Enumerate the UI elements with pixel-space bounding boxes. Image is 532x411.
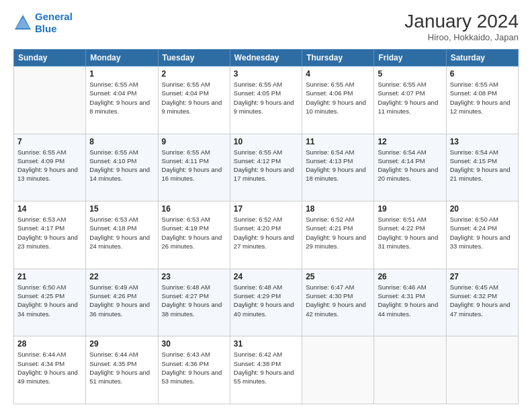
- day-info: Sunrise: 6:49 AMSunset: 4:26 PMDaylight:…: [89, 283, 154, 318]
- day-number: 30: [162, 339, 226, 349]
- calendar-week-4: 21Sunrise: 6:50 AMSunset: 4:25 PMDayligh…: [14, 269, 519, 336]
- header: General Blue January 2024 Hiroo, Hokkaid…: [13, 11, 519, 42]
- calendar-cell: 5Sunrise: 6:55 AMSunset: 4:07 PMDaylight…: [374, 66, 446, 134]
- logo: General Blue: [13, 11, 73, 35]
- day-info: Sunrise: 6:55 AMSunset: 4:07 PMDaylight:…: [378, 80, 442, 116]
- day-number: 17: [234, 204, 298, 214]
- logo-line1: General: [35, 11, 73, 22]
- logo-text: General Blue: [35, 11, 73, 35]
- svg-marker-1: [16, 17, 30, 28]
- calendar-cell: [14, 66, 86, 134]
- calendar-week-2: 7Sunrise: 6:55 AMSunset: 4:09 PMDaylight…: [14, 134, 519, 201]
- day-info: Sunrise: 6:55 AMSunset: 4:08 PMDaylight:…: [450, 80, 515, 116]
- calendar-cell: 20Sunrise: 6:50 AMSunset: 4:24 PMDayligh…: [446, 201, 518, 269]
- day-info: Sunrise: 6:53 AMSunset: 4:19 PMDaylight:…: [162, 215, 226, 250]
- day-info: Sunrise: 6:44 AMSunset: 4:34 PMDaylight:…: [17, 350, 82, 385]
- day-header-sunday: Sunday: [14, 50, 86, 66]
- day-number: 16: [162, 204, 226, 214]
- day-info: Sunrise: 6:55 AMSunset: 4:06 PMDaylight:…: [306, 80, 370, 116]
- day-number: 4: [306, 69, 370, 79]
- logo-line2: Blue: [35, 23, 57, 34]
- day-info: Sunrise: 6:50 AMSunset: 4:24 PMDaylight:…: [450, 215, 515, 250]
- day-number: 11: [306, 137, 370, 146]
- day-number: 10: [234, 137, 298, 146]
- day-info: Sunrise: 6:48 AMSunset: 4:29 PMDaylight:…: [234, 283, 298, 318]
- calendar-cell: [446, 336, 518, 404]
- calendar-cell: 24Sunrise: 6:48 AMSunset: 4:29 PMDayligh…: [230, 269, 302, 336]
- day-info: Sunrise: 6:55 AMSunset: 4:09 PMDaylight:…: [17, 148, 82, 183]
- calendar-cell: 13Sunrise: 6:54 AMSunset: 4:15 PMDayligh…: [446, 134, 518, 201]
- day-number: 7: [17, 137, 82, 146]
- calendar-cell: 19Sunrise: 6:51 AMSunset: 4:22 PMDayligh…: [374, 201, 446, 269]
- calendar-cell: 28Sunrise: 6:44 AMSunset: 4:34 PMDayligh…: [14, 336, 86, 404]
- month-title: January 2024: [404, 11, 519, 32]
- calendar-cell: 14Sunrise: 6:53 AMSunset: 4:17 PMDayligh…: [14, 201, 86, 269]
- day-number: 25: [306, 272, 370, 281]
- calendar-cell: 4Sunrise: 6:55 AMSunset: 4:06 PMDaylight…: [302, 66, 374, 134]
- day-info: Sunrise: 6:55 AMSunset: 4:11 PMDaylight:…: [162, 148, 226, 183]
- calendar-cell: 2Sunrise: 6:55 AMSunset: 4:04 PMDaylight…: [158, 66, 230, 134]
- day-info: Sunrise: 6:51 AMSunset: 4:22 PMDaylight:…: [378, 215, 442, 250]
- day-info: Sunrise: 6:55 AMSunset: 4:04 PMDaylight:…: [162, 80, 226, 116]
- calendar-cell: [374, 336, 446, 404]
- day-info: Sunrise: 6:54 AMSunset: 4:15 PMDaylight:…: [450, 148, 515, 183]
- calendar-cell: 10Sunrise: 6:55 AMSunset: 4:12 PMDayligh…: [230, 134, 302, 201]
- calendar-cell: 30Sunrise: 6:43 AMSunset: 4:36 PMDayligh…: [158, 336, 230, 404]
- day-number: 3: [234, 69, 298, 79]
- day-header-thursday: Thursday: [302, 50, 374, 66]
- day-info: Sunrise: 6:55 AMSunset: 4:04 PMDaylight:…: [89, 80, 154, 116]
- calendar-cell: 25Sunrise: 6:47 AMSunset: 4:30 PMDayligh…: [302, 269, 374, 336]
- day-header-monday: Monday: [86, 50, 158, 66]
- calendar-week-1: 1Sunrise: 6:55 AMSunset: 4:04 PMDaylight…: [14, 66, 519, 134]
- page: General Blue January 2024 Hiroo, Hokkaid…: [0, 0, 532, 411]
- day-header-saturday: Saturday: [446, 50, 518, 66]
- calendar-cell: 18Sunrise: 6:52 AMSunset: 4:21 PMDayligh…: [302, 201, 374, 269]
- calendar-cell: 21Sunrise: 6:50 AMSunset: 4:25 PMDayligh…: [14, 269, 86, 336]
- calendar-cell: 7Sunrise: 6:55 AMSunset: 4:09 PMDaylight…: [14, 134, 86, 201]
- day-header-friday: Friday: [374, 50, 446, 66]
- day-number: 2: [162, 69, 226, 79]
- day-number: 6: [450, 69, 515, 79]
- day-number: 18: [306, 204, 370, 214]
- day-info: Sunrise: 6:55 AMSunset: 4:05 PMDaylight:…: [234, 80, 298, 116]
- calendar-cell: 8Sunrise: 6:55 AMSunset: 4:10 PMDaylight…: [86, 134, 158, 201]
- day-number: 26: [378, 272, 442, 281]
- day-info: Sunrise: 6:50 AMSunset: 4:25 PMDaylight:…: [17, 283, 82, 318]
- day-number: 9: [162, 137, 226, 146]
- day-number: 13: [450, 137, 515, 146]
- calendar-cell: 1Sunrise: 6:55 AMSunset: 4:04 PMDaylight…: [86, 66, 158, 134]
- calendar-cell: 23Sunrise: 6:48 AMSunset: 4:27 PMDayligh…: [158, 269, 230, 336]
- day-number: 5: [378, 69, 442, 79]
- day-info: Sunrise: 6:53 AMSunset: 4:18 PMDaylight:…: [89, 215, 154, 250]
- day-info: Sunrise: 6:42 AMSunset: 4:38 PMDaylight:…: [234, 350, 298, 385]
- day-number: 28: [17, 339, 82, 349]
- calendar-cell: 11Sunrise: 6:54 AMSunset: 4:13 PMDayligh…: [302, 134, 374, 201]
- day-info: Sunrise: 6:53 AMSunset: 4:17 PMDaylight:…: [17, 215, 82, 250]
- calendar-cell: 17Sunrise: 6:52 AMSunset: 4:20 PMDayligh…: [230, 201, 302, 269]
- day-number: 1: [89, 69, 154, 79]
- calendar-table: SundayMondayTuesdayWednesdayThursdayFrid…: [13, 49, 519, 404]
- day-header-tuesday: Tuesday: [158, 50, 230, 66]
- day-number: 24: [234, 272, 298, 281]
- title-area: January 2024 Hiroo, Hokkaido, Japan: [404, 11, 519, 42]
- day-number: 22: [89, 272, 154, 281]
- calendar-cell: 31Sunrise: 6:42 AMSunset: 4:38 PMDayligh…: [230, 336, 302, 404]
- day-number: 14: [17, 204, 82, 214]
- calendar-cell: 6Sunrise: 6:55 AMSunset: 4:08 PMDaylight…: [446, 66, 518, 134]
- calendar-cell: 16Sunrise: 6:53 AMSunset: 4:19 PMDayligh…: [158, 201, 230, 269]
- day-info: Sunrise: 6:52 AMSunset: 4:21 PMDaylight:…: [306, 215, 370, 250]
- day-header-wednesday: Wednesday: [230, 50, 302, 66]
- day-number: 20: [450, 204, 515, 214]
- day-number: 23: [162, 272, 226, 281]
- day-info: Sunrise: 6:55 AMSunset: 4:10 PMDaylight:…: [89, 148, 154, 183]
- day-number: 31: [234, 339, 298, 349]
- day-info: Sunrise: 6:54 AMSunset: 4:13 PMDaylight:…: [306, 148, 370, 183]
- calendar-body: 1Sunrise: 6:55 AMSunset: 4:04 PMDaylight…: [14, 66, 519, 404]
- day-info: Sunrise: 6:52 AMSunset: 4:20 PMDaylight:…: [234, 215, 298, 250]
- calendar-week-3: 14Sunrise: 6:53 AMSunset: 4:17 PMDayligh…: [14, 201, 519, 269]
- calendar-cell: 3Sunrise: 6:55 AMSunset: 4:05 PMDaylight…: [230, 66, 302, 134]
- day-number: 8: [89, 137, 154, 146]
- calendar-cell: 22Sunrise: 6:49 AMSunset: 4:26 PMDayligh…: [86, 269, 158, 336]
- calendar-cell: 12Sunrise: 6:54 AMSunset: 4:14 PMDayligh…: [374, 134, 446, 201]
- day-number: 15: [89, 204, 154, 214]
